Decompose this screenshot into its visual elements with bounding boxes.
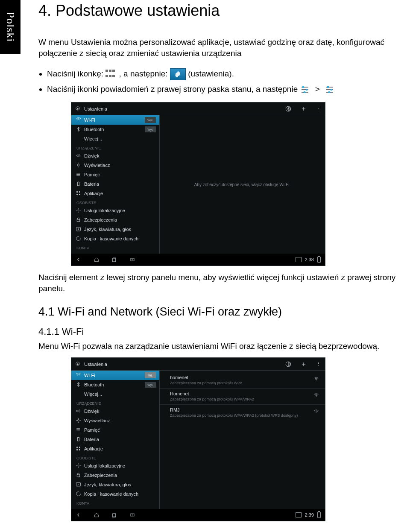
subsubsection-heading: 4.1.1 Wi-Fi: [38, 326, 406, 337]
bullet-1-text-2: , a następnie:: [119, 69, 168, 78]
svg-rect-67: [131, 514, 134, 516]
svg-rect-26: [79, 194, 80, 196]
screenshot-title: Ustawienia: [84, 362, 107, 367]
sidebar-item-aplikacje[interactable]: Aplikacje: [71, 444, 159, 453]
settings-screenshot-wifi-on: Ustawienia ⋮ Wi-FiWł.BluetoothWył.Więcej…: [71, 357, 325, 521]
sidebar-item-wyświetlacz[interactable]: Wyświetlacz: [71, 161, 159, 170]
apps-icon: [105, 70, 117, 79]
sidebar-item-label: Aplikacje: [84, 446, 103, 451]
bullet-1: Naciśnij ikonkę: , a następnie: (ustawie…: [47, 66, 406, 82]
gear-icon: [75, 361, 81, 367]
bluetooth-icon: [76, 382, 81, 387]
toggle-switch[interactable]: Wył.: [145, 126, 156, 132]
toggle-switch[interactable]: Wył.: [145, 117, 156, 123]
bullet-1-text-1: Naciśnij ikonkę:: [47, 69, 103, 78]
sidebar-item-bateria[interactable]: Bateria: [71, 179, 159, 189]
sidebar-item-usługi-lokalizacyjne[interactable]: Usługi lokalizacyjne: [71, 461, 159, 471]
sidebar-item-label: Kopia i kasowanie danych: [84, 236, 138, 241]
toggle-switch[interactable]: Wył.: [145, 382, 156, 388]
wps-icon[interactable]: [285, 106, 291, 112]
home-icon[interactable]: [94, 257, 100, 263]
bullet-2: Naciśnij ikonki powiadomień z prawej str…: [47, 82, 406, 97]
recent-icon[interactable]: [111, 257, 117, 263]
plus-icon[interactable]: [301, 361, 307, 367]
sidebar-item-label: Bateria: [84, 181, 99, 187]
display-icon: [76, 162, 81, 168]
svg-text:A: A: [78, 484, 79, 486]
svg-rect-5: [304, 91, 305, 93]
sidebar-item-usługi-lokalizacyjne[interactable]: Usługi lokalizacyjne: [71, 206, 159, 215]
sidebar-item-wyświetlacz[interactable]: Wyświetlacz: [71, 416, 159, 425]
wifi-network-row[interactable]: HomenetZabezpieczona za pomocą protokołu…: [160, 389, 325, 405]
sidebar-item-bluetooth[interactable]: BluetoothWył.: [71, 380, 159, 389]
sidebar-category-header: KONTA: [71, 499, 159, 506]
sidebar-item-dźwięk[interactable]: Dźwięk: [71, 151, 159, 161]
wifi-network-row[interactable]: RMJZabezpieczona za pomocą protokołu WPA…: [160, 405, 325, 421]
svg-point-54: [78, 465, 79, 466]
sidebar-item-kopia-i-kasowanie-danych[interactable]: Kopia i kasowanie danych: [71, 234, 159, 243]
wifi-intro-paragraph: Menu Wi-Fi pozwala na zarządzanie ustawi…: [38, 341, 406, 352]
screenshot-icon[interactable]: [129, 257, 135, 263]
sidebar-item-język-klawiatura-głos[interactable]: AJęzyk, klawiatura, głos: [71, 225, 159, 234]
sidebar-item-label: Zabezpieczenia: [84, 217, 117, 222]
sidebar-category-header: OSOBISTE: [71, 453, 159, 461]
lock-icon: [76, 472, 81, 478]
storage-icon: [76, 427, 81, 433]
wifi-network-name: homenet: [170, 375, 308, 380]
sidebar-item-label: Usługi lokalizacyjne: [84, 208, 125, 213]
display-icon: [76, 418, 81, 423]
sidebar-item-label: Usługi lokalizacyjne: [84, 463, 125, 468]
sidebar-item-bateria[interactable]: Bateria: [71, 435, 159, 444]
sidebar-item-więcej-[interactable]: Więcej...: [71, 389, 159, 399]
toggle-switch[interactable]: Wł.: [145, 372, 156, 378]
sidebar-category-header: OSOBISTE: [71, 198, 159, 206]
svg-rect-4: [306, 89, 308, 91]
svg-point-40: [77, 420, 79, 421]
sidebar-item-pamięć[interactable]: Pamięć: [71, 170, 159, 179]
sidebar-item-label: Więcej...: [84, 392, 102, 397]
settings-sidebar: Wi-FiWł.BluetoothWył.Więcej...URZĄDZENIE…: [71, 371, 160, 509]
bullet-1-text-3: (ustawienia).: [188, 69, 234, 78]
sidebar-item-label: Wyświetlacz: [84, 418, 110, 423]
svg-point-62: [316, 380, 316, 380]
back-icon[interactable]: [76, 512, 82, 518]
keyboard-icon: A: [76, 482, 81, 487]
sidebar-item-pamięć[interactable]: Pamięć: [71, 425, 159, 435]
sidebar-item-aplikacje[interactable]: Aplikacje: [71, 189, 159, 198]
subsection-heading: 4.1 Wi-Fi and Network (Sieci Wi-Fi oraz …: [38, 305, 406, 319]
settings-tile-icon: [170, 68, 186, 80]
sidebar-item-wi-fi[interactable]: Wi-FiWł.: [71, 371, 159, 380]
sidebar-item-dźwięk[interactable]: Dźwięk: [71, 406, 159, 416]
bullet-2-text-1: Naciśnij ikonki powiadomień z prawej str…: [47, 85, 298, 94]
system-navbar: 2:38: [71, 254, 325, 266]
picture-icon: [296, 512, 302, 517]
plus-icon[interactable]: [301, 106, 307, 112]
recent-icon[interactable]: [111, 512, 117, 518]
sidebar-item-język-klawiatura-głos[interactable]: AJęzyk, klawiatura, głos: [71, 480, 159, 489]
intro-paragraph: W menu Ustawienia można personalizować a…: [38, 37, 406, 58]
navbar-time: 2:38: [305, 257, 314, 262]
overflow-icon[interactable]: ⋮: [307, 106, 322, 111]
wifi-icon: [76, 372, 81, 378]
svg-rect-52: [76, 450, 78, 451]
svg-rect-9: [327, 86, 329, 88]
wifi-network-name: RMJ: [170, 407, 308, 412]
sidebar-item-zabezpieczenia[interactable]: Zabezpieczenia: [71, 471, 159, 480]
wps-icon[interactable]: [285, 361, 291, 367]
sidebar-item-label: Dźwięk: [84, 409, 99, 414]
overflow-icon[interactable]: ⋮: [307, 361, 322, 367]
sidebar-item-zabezpieczenia[interactable]: Zabezpieczenia: [71, 215, 159, 225]
screenshot-icon[interactable]: [129, 512, 135, 518]
home-icon[interactable]: [94, 512, 100, 518]
sidebar-item-więcej-[interactable]: Więcej...: [71, 134, 159, 143]
sidebar-item-wi-fi[interactable]: Wi-FiWył.: [71, 115, 159, 125]
svg-rect-24: [79, 192, 80, 193]
battery-icon: [317, 512, 321, 518]
sidebar-item-kopia-i-kasowanie-danych[interactable]: Kopia i kasowanie danych: [71, 489, 159, 499]
svg-rect-23: [76, 192, 78, 193]
storage-icon: [76, 172, 81, 177]
wifi-network-row[interactable]: homenetZabezpieczona za pomocą protokołu…: [160, 372, 325, 389]
back-icon[interactable]: [76, 257, 82, 263]
sidebar-item-bluetooth[interactable]: BluetoothWył.: [71, 125, 159, 134]
sidebar-item-label: Język, klawiatura, głos: [84, 482, 131, 487]
